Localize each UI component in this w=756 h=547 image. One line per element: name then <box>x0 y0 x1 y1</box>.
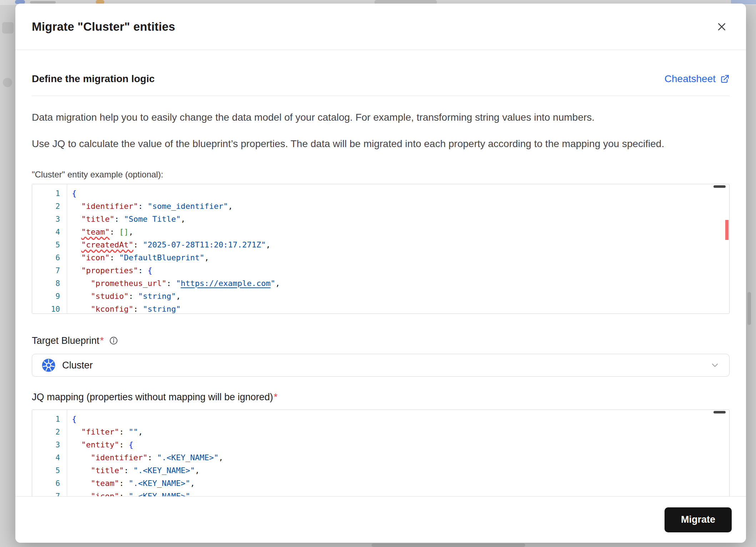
kubernetes-icon <box>41 358 56 372</box>
target-blueprint-value: Cluster <box>62 360 93 371</box>
dialog-body: Define the migration logic Cheatsheet Da… <box>15 73 746 502</box>
entity-example-label: "Cluster" entity example (optional): <box>32 170 730 180</box>
background-sidebar-item <box>2 22 14 34</box>
background-bottom-bar <box>372 543 525 547</box>
chevron-down-icon <box>710 360 720 370</box>
migrate-entities-dialog: Migrate "Cluster" entities Define the mi… <box>15 4 746 543</box>
target-blueprint-label-row: Target Blueprint* <box>32 335 730 347</box>
migrate-button[interactable]: Migrate <box>665 507 732 532</box>
jq-mapping-editor[interactable]: 1234567 { "filter": "", "entity": { "ide… <box>32 410 730 502</box>
info-icon[interactable] <box>109 336 118 345</box>
required-asterisk: * <box>274 392 278 402</box>
editor-error-marker <box>725 220 728 240</box>
section-heading: Define the migration logic <box>32 73 155 85</box>
required-asterisk: * <box>100 335 104 346</box>
modal-scrollbar-thumb[interactable] <box>747 292 751 325</box>
background-sidebar-avatar <box>3 78 12 87</box>
dialog-header: Migrate "Cluster" entities <box>15 4 746 50</box>
jq-mapping-label: JQ mapping (properties without mapping w… <box>32 392 730 404</box>
cheatsheet-label: Cheatsheet <box>665 73 716 85</box>
close-icon <box>716 21 727 32</box>
editor-gutter: 12345678910 <box>32 184 67 313</box>
description-paragraph-2: Use JQ to calculate the value of the blu… <box>32 137 730 151</box>
editor-gutter: 1234567 <box>32 410 67 502</box>
dialog-footer: Migrate <box>15 496 746 543</box>
target-blueprint-label: Target Blueprint* <box>32 335 104 346</box>
target-blueprint-select[interactable]: Cluster <box>32 354 730 377</box>
editor-code[interactable]: { "identifier": "some_identifier", "titl… <box>67 184 729 313</box>
entity-example-editor[interactable]: 12345678910 { "identifier": "some_identi… <box>32 184 730 314</box>
editor-scrollbar-thumb[interactable] <box>713 185 726 188</box>
editor-scrollbar-thumb[interactable] <box>713 411 726 413</box>
section-header-row: Define the migration logic Cheatsheet <box>32 73 730 85</box>
close-button[interactable] <box>714 19 730 35</box>
description-paragraph-1: Data migration help you to easily change… <box>32 110 730 125</box>
cheatsheet-link[interactable]: Cheatsheet <box>665 73 730 85</box>
editor-code[interactable]: { "filter": "", "entity": { "identifier"… <box>67 410 729 502</box>
background-tab-text <box>30 1 56 4</box>
section-divider <box>32 96 730 96</box>
dialog-title: Migrate "Cluster" entities <box>32 20 175 34</box>
external-link-icon <box>720 74 730 84</box>
